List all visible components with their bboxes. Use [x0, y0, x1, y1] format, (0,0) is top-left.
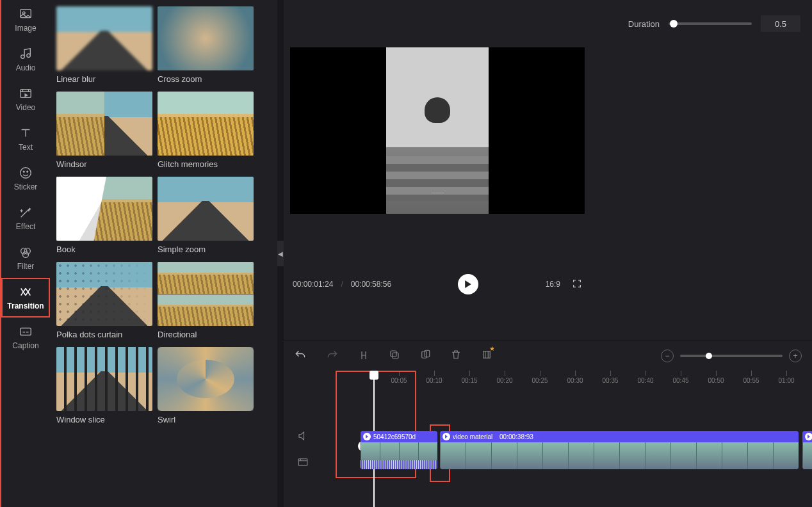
ruler-tick: 00:35 — [597, 371, 623, 384]
zoom-slider[interactable] — [680, 355, 783, 357]
transition-item[interactable]: Cross zoom — [158, 6, 254, 84]
svg-point-3 — [27, 54, 31, 58]
svg-point-5 — [20, 168, 31, 179]
transition-library[interactable]: Linear blurCross zoomWindsorGlitch memor… — [50, 0, 277, 507]
star-badge: ★ — [489, 345, 495, 352]
transition-thumbnail[interactable] — [158, 262, 254, 326]
transition-name: Book — [56, 245, 152, 254]
svg-rect-17 — [298, 458, 307, 465]
text-icon — [19, 126, 33, 140]
sidebar-item-text[interactable]: Text — [1, 119, 50, 159]
transition-thumbnail[interactable] — [158, 347, 254, 411]
transition-item[interactable]: Simple zoom — [158, 177, 254, 254]
duration-row: Duration 0.5 — [284, 0, 812, 47]
undo-button[interactable] — [294, 349, 307, 364]
transition-item[interactable]: Windsor — [56, 92, 152, 169]
crop-button[interactable]: ★ — [481, 349, 492, 364]
image-icon — [19, 7, 33, 21]
transition-icon — [19, 285, 33, 299]
audio-icon — [19, 47, 33, 61]
preview-wrap: ············ 00:00:01:24 / 00:00:58:56 1… — [290, 47, 585, 297]
time-sep: / — [341, 280, 343, 289]
transition-item[interactable]: Window slice — [56, 347, 152, 424]
duration-slider[interactable] — [669, 22, 752, 25]
transition-thumbnail[interactable] — [56, 177, 152, 241]
transition-item[interactable]: Linear blur — [56, 6, 152, 84]
clip-waveform — [361, 460, 437, 469]
effect-icon — [19, 205, 33, 220]
zoom-out-button[interactable]: − — [661, 350, 674, 362]
clip-play-icon — [443, 433, 450, 440]
clip-play-icon — [363, 433, 371, 440]
transition-name: Cross zoom — [158, 74, 254, 84]
filter-icon — [19, 245, 33, 259]
duration-label: Duration — [628, 19, 660, 29]
split-button[interactable] — [358, 349, 369, 364]
video-track-icon[interactable] — [297, 456, 309, 470]
preview-caption: ············ — [431, 191, 444, 195]
ruler-tick: 00:05 — [386, 371, 412, 384]
timeline-clip[interactable]: 50412c69570d — [361, 431, 437, 469]
play-button[interactable] — [458, 274, 478, 294]
aspect-ratio[interactable]: 16:9 — [546, 280, 560, 289]
timeline-clip[interactable]: video material 00:00:38:93 — [440, 431, 799, 469]
sidebar-item-filter[interactable]: Filter — [1, 238, 50, 278]
preview-row: ············ 00:00:01:24 / 00:00:58:56 1… — [284, 47, 812, 341]
transition-thumbnail[interactable] — [158, 92, 254, 156]
sidebar-item-caption[interactable]: Caption — [1, 318, 50, 357]
app-root: Image Audio Video Text Sticker Effect Fi… — [0, 0, 812, 507]
duplicate-button[interactable] — [419, 349, 431, 364]
sidebar-item-transition[interactable]: Transition — [1, 278, 50, 318]
transition-thumbnail[interactable] — [158, 6, 254, 70]
transition-thumbnail[interactable] — [56, 262, 152, 326]
right-area: Duration 0.5 ············ 00:00:01:24 / — [284, 0, 812, 507]
preview-frame[interactable]: ············ — [290, 47, 585, 214]
slider-knob[interactable] — [670, 20, 678, 28]
sidebar-item-effect[interactable]: Effect — [1, 198, 50, 238]
clip-play-icon — [805, 433, 812, 440]
delete-button[interactable] — [450, 349, 462, 364]
ruler-tick: 00:20 — [492, 371, 517, 384]
ruler-tick: 01:00 — [774, 371, 799, 384]
transition-name: Window slice — [56, 415, 152, 424]
timeline-clip[interactable]: video material — [802, 431, 812, 469]
fullscreen-icon[interactable] — [572, 278, 582, 291]
ruler-tick: 00:15 — [457, 371, 482, 384]
sidebar-item-video[interactable]: Video — [1, 79, 50, 119]
transition-thumbnail[interactable] — [56, 6, 152, 70]
transition-item[interactable]: Glitch memories — [158, 92, 254, 169]
transition-item[interactable]: Swirl — [158, 347, 254, 424]
duration-value[interactable]: 0.5 — [761, 15, 800, 32]
redo-button[interactable] — [326, 349, 339, 364]
caption-icon — [19, 325, 33, 339]
track-headers — [284, 392, 322, 507]
svg-point-7 — [27, 171, 28, 172]
transition-name: Windsor — [56, 159, 152, 169]
time-current: 00:00:01:24 — [293, 280, 333, 289]
ruler-tick: 00:25 — [527, 371, 553, 384]
sticker-icon — [19, 166, 33, 180]
sidebar-item-audio[interactable]: Audio — [1, 40, 50, 79]
copy-button[interactable] — [389, 349, 400, 364]
time-total: 00:00:58:56 — [351, 280, 391, 289]
transition-item[interactable]: Polka dots curtain — [56, 262, 152, 339]
transition-thumbnail[interactable] — [56, 92, 152, 156]
collapse-handle[interactable]: ◀ — [277, 241, 284, 266]
audio-track-icon[interactable] — [297, 430, 309, 444]
timeline-panel: ★ − + 00:0500:1000:1500:2000:2500:3000:3… — [284, 341, 812, 507]
sidebar-item-sticker[interactable]: Sticker — [1, 159, 50, 198]
sidebar-item-image[interactable]: Image — [1, 0, 50, 40]
ruler-tick: 00:50 — [703, 371, 729, 384]
zoom-in-button[interactable]: + — [789, 350, 802, 362]
ruler-tick: 00:55 — [738, 371, 764, 384]
transition-thumbnail[interactable] — [158, 177, 254, 241]
tracks[interactable]: 50412c69570d video material 00:00:38:93 … — [322, 392, 812, 507]
timeline-ruler[interactable]: 00:0500:1000:1500:2000:2500:3000:3500:40… — [322, 371, 812, 392]
transition-thumbnail[interactable] — [56, 347, 152, 411]
ruler-tick: 00:40 — [633, 371, 658, 384]
transition-item[interactable]: Directional — [158, 262, 254, 339]
transition-name: Polka dots curtain — [56, 330, 152, 339]
transition-item[interactable]: Book — [56, 177, 152, 254]
svg-point-2 — [21, 55, 25, 59]
preview-video: ············ — [386, 47, 489, 214]
